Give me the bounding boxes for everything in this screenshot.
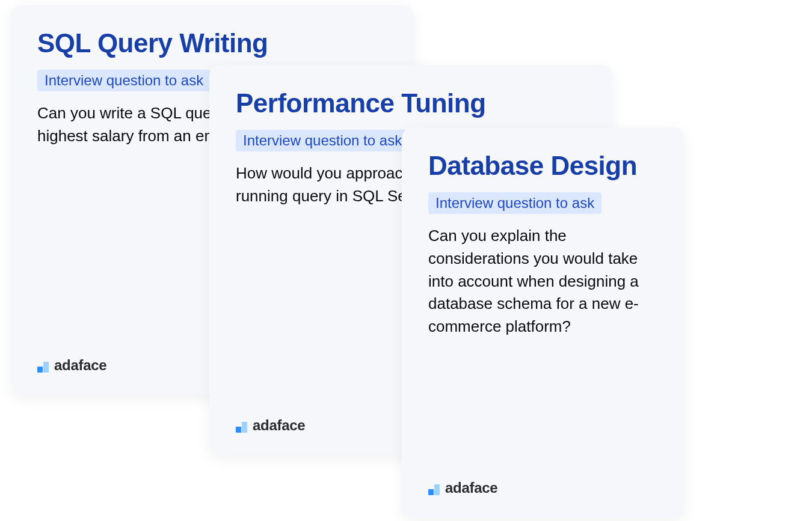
adaface-bars-icon [37, 358, 49, 373]
brand-text: adaface [54, 357, 106, 374]
card-stack: SQL Query Writing Interview question to … [0, 0, 812, 521]
brand-text: adaface [445, 480, 497, 496]
card-tag: Interview question to ask [236, 130, 409, 151]
interview-card-database-design: Database Design Interview question to as… [402, 127, 684, 518]
card-title: Performance Tuning [236, 89, 586, 118]
card-tag: Interview question to ask [428, 192, 601, 214]
card-title: SQL Query Writing [37, 29, 387, 58]
card-title: Database Design [428, 151, 658, 180]
adaface-bars-icon [428, 481, 440, 495]
card-question: Can you explain the considerations you w… [428, 225, 658, 338]
card-tag: Interview question to ask [37, 70, 211, 91]
adaface-bars-icon [236, 418, 248, 433]
brand-text: adaface [253, 417, 305, 434]
brand-logo: adaface [428, 480, 658, 496]
